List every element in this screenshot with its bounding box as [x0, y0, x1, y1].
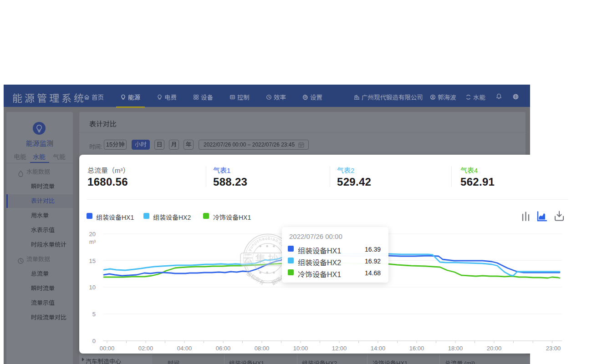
svg-text:20:00: 20:00: [487, 345, 502, 352]
svg-text:00:00: 00:00: [100, 345, 115, 352]
svg-text:5: 5: [92, 311, 96, 318]
svg-text:16:00: 16:00: [409, 345, 424, 352]
svg-text:0: 0: [92, 338, 96, 344]
svg-text:10:00: 10:00: [293, 345, 308, 352]
svg-text:18:00: 18:00: [448, 345, 463, 352]
svg-text:23:00: 23:00: [546, 345, 561, 352]
svg-text:✸ ✸ ✸: ✸ ✸ ✸: [259, 244, 277, 248]
svg-text:14:00: 14:00: [371, 345, 386, 352]
svg-text:04:00: 04:00: [177, 345, 192, 352]
svg-text:✸ ✸ ✸: ✸ ✸ ✸: [259, 271, 277, 275]
svg-text:08:00: 08:00: [255, 345, 270, 352]
svg-text:20: 20: [89, 231, 96, 238]
svg-text:m³: m³: [89, 239, 96, 245]
svg-text:06:00: 06:00: [216, 345, 231, 352]
svg-text:02:00: 02:00: [138, 345, 153, 352]
svg-text:12:00: 12:00: [332, 345, 347, 352]
svg-text:15: 15: [89, 258, 96, 264]
svg-text:10: 10: [89, 284, 96, 291]
